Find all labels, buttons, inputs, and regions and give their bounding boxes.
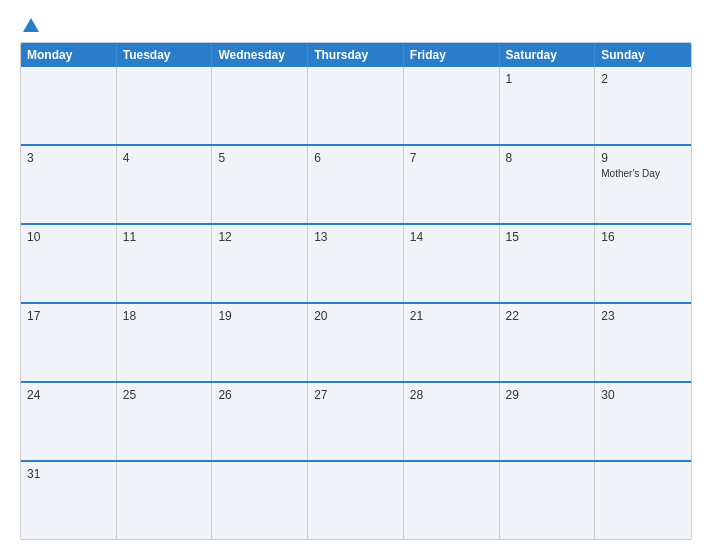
day-number: 29 (506, 388, 589, 402)
day-number: 17 (27, 309, 110, 323)
day-cell: 19 (212, 304, 308, 381)
day-number: 16 (601, 230, 685, 244)
day-cell (500, 462, 596, 539)
day-header-sunday: Sunday (595, 43, 691, 67)
day-number: 9 (601, 151, 685, 165)
day-number: 6 (314, 151, 397, 165)
day-cell: 14 (404, 225, 500, 302)
day-cell (117, 462, 213, 539)
week-row-1: 3456789Mother's Day (21, 144, 691, 223)
day-number: 3 (27, 151, 110, 165)
day-header-tuesday: Tuesday (117, 43, 213, 67)
day-cell (308, 462, 404, 539)
week-row-4: 24252627282930 (21, 381, 691, 460)
day-number: 24 (27, 388, 110, 402)
day-cell: 9Mother's Day (595, 146, 691, 223)
day-number: 14 (410, 230, 493, 244)
day-cell: 18 (117, 304, 213, 381)
day-cell: 7 (404, 146, 500, 223)
day-cell: 29 (500, 383, 596, 460)
week-row-2: 10111213141516 (21, 223, 691, 302)
weeks-container: 123456789Mother's Day1011121314151617181… (21, 67, 691, 539)
day-cell: 8 (500, 146, 596, 223)
logo (20, 18, 39, 32)
day-cell: 16 (595, 225, 691, 302)
day-cell: 13 (308, 225, 404, 302)
day-number: 25 (123, 388, 206, 402)
day-cell: 1 (500, 67, 596, 144)
day-cell: 27 (308, 383, 404, 460)
day-header-monday: Monday (21, 43, 117, 67)
day-number: 26 (218, 388, 301, 402)
day-number: 30 (601, 388, 685, 402)
day-cell: 4 (117, 146, 213, 223)
day-cell: 30 (595, 383, 691, 460)
day-cell: 20 (308, 304, 404, 381)
day-cell: 3 (21, 146, 117, 223)
day-cell: 15 (500, 225, 596, 302)
day-cell (595, 462, 691, 539)
day-number: 20 (314, 309, 397, 323)
day-cell: 25 (117, 383, 213, 460)
day-cell: 21 (404, 304, 500, 381)
day-cell (308, 67, 404, 144)
day-number: 15 (506, 230, 589, 244)
day-number: 27 (314, 388, 397, 402)
day-header-thursday: Thursday (308, 43, 404, 67)
day-cell: 23 (595, 304, 691, 381)
day-number: 31 (27, 467, 110, 481)
day-number: 21 (410, 309, 493, 323)
day-number: 4 (123, 151, 206, 165)
day-cell: 26 (212, 383, 308, 460)
day-number: 13 (314, 230, 397, 244)
page: MondayTuesdayWednesdayThursdayFridaySatu… (0, 0, 712, 550)
day-cell: 12 (212, 225, 308, 302)
week-row-3: 17181920212223 (21, 302, 691, 381)
day-cell: 11 (117, 225, 213, 302)
day-number: 28 (410, 388, 493, 402)
header (20, 18, 692, 32)
day-cell: 10 (21, 225, 117, 302)
day-cell: 28 (404, 383, 500, 460)
day-number: 11 (123, 230, 206, 244)
day-number: 2 (601, 72, 685, 86)
day-cell (21, 67, 117, 144)
day-cell: 22 (500, 304, 596, 381)
week-row-5: 31 (21, 460, 691, 539)
day-cell: 17 (21, 304, 117, 381)
day-cell (212, 67, 308, 144)
day-number: 12 (218, 230, 301, 244)
day-cell (212, 462, 308, 539)
day-cell: 24 (21, 383, 117, 460)
day-cell: 31 (21, 462, 117, 539)
event-label: Mother's Day (601, 167, 685, 180)
day-number: 1 (506, 72, 589, 86)
logo-triangle-icon (23, 18, 39, 32)
day-cell (404, 462, 500, 539)
week-row-0: 12 (21, 67, 691, 144)
day-number: 23 (601, 309, 685, 323)
day-number: 22 (506, 309, 589, 323)
day-number: 8 (506, 151, 589, 165)
day-cell (117, 67, 213, 144)
day-number: 18 (123, 309, 206, 323)
day-headers-row: MondayTuesdayWednesdayThursdayFridaySatu… (21, 43, 691, 67)
day-header-friday: Friday (404, 43, 500, 67)
day-header-wednesday: Wednesday (212, 43, 308, 67)
calendar-grid: MondayTuesdayWednesdayThursdayFridaySatu… (20, 42, 692, 540)
day-cell: 2 (595, 67, 691, 144)
day-header-saturday: Saturday (500, 43, 596, 67)
day-number: 7 (410, 151, 493, 165)
day-number: 5 (218, 151, 301, 165)
day-cell: 5 (212, 146, 308, 223)
day-cell: 6 (308, 146, 404, 223)
day-number: 10 (27, 230, 110, 244)
day-number: 19 (218, 309, 301, 323)
day-cell (404, 67, 500, 144)
